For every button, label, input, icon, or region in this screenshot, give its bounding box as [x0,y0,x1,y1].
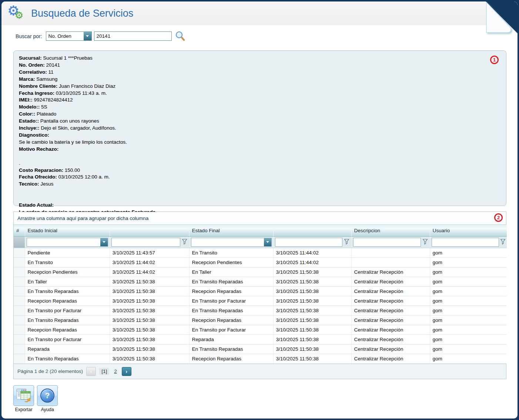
search-button[interactable] [175,31,186,42]
cell: En Transito Reparadas [189,344,273,354]
annotation-badge-2: 2 [494,213,503,222]
cell: En Taller [189,267,273,277]
cell: En Transito [25,257,110,267]
help-button[interactable]: ? [37,385,58,406]
table-row[interactable]: Recepcion Pendientes3/10/2025 11:44:02En… [14,267,507,277]
cell: gom [430,277,507,286]
filter-fecha-final-funnel-button[interactable] [344,239,350,246]
cell: Recepcion Reparadas [189,315,273,325]
table-row[interactable]: En Taller3/10/2025 11:50:38En Transito R… [14,277,507,286]
cell: 3/10/2025 11:50:38 [110,315,189,325]
chevron-down-icon [103,241,106,243]
row-number-cell [14,277,25,286]
next-page-button[interactable]: › [122,367,131,376]
table-row[interactable]: Recepcion Reparadas3/10/2025 11:50:38En … [14,325,507,334]
cell: 3/10/2025 11:43:57 [110,248,189,257]
filter-funnel-icon [182,239,187,244]
filter-row [14,236,507,248]
filter-fecha-inicial-input[interactable] [111,238,180,247]
cell: gom [430,344,507,354]
cell: 3/10/2025 11:50:38 [273,325,351,334]
cell: Recepcion Pendientes [189,257,273,267]
cell: gom [430,315,507,325]
filter-fecha-inicial-funnel-button[interactable] [182,239,188,246]
cell: 3/10/2025 11:50:38 [110,325,189,334]
export-button[interactable] [13,385,34,406]
title-bar: ⚙ ⚙ Busqueda de Servicios [1,1,518,25]
row-number-cell [14,325,25,334]
row-number-cell [14,344,25,354]
column-header-fecha-inicial[interactable] [110,225,189,236]
cell: En Transito por Facturar [189,296,273,306]
export-button-label: Exportar [15,407,32,412]
table-row[interactable]: En Transito Reparadas3/10/2025 11:50:38R… [14,315,507,325]
detail-line [19,195,501,202]
column-header-usuario[interactable]: Usuario [430,225,507,236]
column-header-fecha-final[interactable] [273,225,351,236]
filter-fecha-final-input[interactable] [275,238,342,247]
table-row[interactable]: En Transito por Facturar3/10/2025 11:50:… [14,334,507,344]
page-title: Busqueda de Servicios [31,8,133,19]
table-row[interactable]: Reparada3/10/2025 11:50:38En Transito Re… [14,344,507,354]
filter-estado-final-dropdown-button[interactable] [264,238,271,246]
filter-estado-final-select[interactable] [191,238,272,247]
table-row[interactable]: En Transito3/10/2025 11:44:02Recepcion P… [14,257,507,267]
row-number-cell [14,286,25,296]
help-button-label: Ayuda [41,407,54,412]
filter-usuario-funnel-button[interactable] [500,239,506,246]
filter-estado-inicial-select[interactable] [27,238,108,247]
chevron-down-icon [86,35,89,37]
table-row[interactable]: En Transito por Facturar3/10/2025 11:50:… [14,306,507,315]
filter-funnel-icon [423,239,428,244]
cell: Centralizar Recepción [351,296,430,306]
detail-line: Estado:: Pantalla con unos rayones [19,118,501,125]
table-row[interactable]: Pendiente3/10/2025 11:43:57En Transito3/… [14,248,507,257]
search-by-selected-value: No. Orden [46,32,84,40]
search-by-select[interactable]: No. Orden [46,31,92,41]
app-window: ⚙ ⚙ Busqueda de Servicios Buscar por: No… [1,1,518,419]
cell: En Transito Reparadas [189,277,273,286]
cell: 3/10/2025 11:50:38 [110,354,189,363]
cell: En Transito Reparadas [189,306,273,315]
cell [351,257,430,267]
detail-line: Diagnostico: [19,132,501,139]
table-row[interactable]: En Transito Reparadas3/10/2025 11:50:38R… [14,354,507,363]
prev-page-button[interactable]: ‹ [86,367,96,376]
cell: 3/10/2025 11:50:38 [110,286,189,296]
filter-funnel-icon [500,239,505,244]
table-row[interactable]: En Transito Reparadas3/10/2025 11:50:38R… [14,286,507,296]
filter-estado-inicial-dropdown-button[interactable] [100,238,108,246]
filter-usuario-input[interactable] [432,238,499,247]
cell: 3/10/2025 11:50:38 [273,306,351,315]
group-by-drop-zone[interactable]: Arrastre una columna aquí para agrupar p… [14,212,506,225]
cell: 3/10/2025 11:50:38 [273,277,351,286]
cell: En Transito Reparadas [25,315,110,325]
cell: 3/10/2025 11:50:38 [110,306,189,315]
current-page-indicator[interactable]: [1] [99,368,109,375]
page-2-link[interactable]: 2 [113,368,118,375]
column-header-descripcion[interactable]: Descripcion [351,225,430,236]
pagination-bar: Página 1 de 2 (20 elementos) ‹ [1] 2 › [14,364,506,379]
filter-descripcion-funnel-button[interactable] [422,239,428,246]
filter-descripcion-input[interactable] [353,238,421,247]
cell: Recepcion Pendientes [25,267,110,277]
row-number-cell [14,248,25,257]
cell: gom [430,267,507,277]
filter-cell-num [14,236,25,248]
detail-line: Motivo Rechazo: [19,146,501,153]
table-row[interactable]: Recepcion Reparadas3/10/2025 11:50:38En … [14,296,507,306]
cell: Centralizar Recepción [351,306,430,315]
column-header-estado-final[interactable]: Estado Final [189,225,273,236]
search-input[interactable] [94,31,172,41]
chevron-down-icon [266,241,269,243]
column-header-estado-inicial[interactable]: Estado Inicial [25,225,110,236]
detail-line: Sucursal: Sucursal 1 ***Pruebas [19,55,501,62]
detail-line: No. Orden: 20141 [19,62,501,69]
cell: En Transito [189,248,273,257]
cell: Centralizar Recepción [351,325,430,334]
column-header-num[interactable]: # [14,225,25,236]
row-number-cell [14,267,25,277]
cell: 3/10/2025 11:50:38 [110,277,189,286]
cell: gom [430,296,507,306]
search-by-dropdown-button[interactable] [84,32,91,40]
